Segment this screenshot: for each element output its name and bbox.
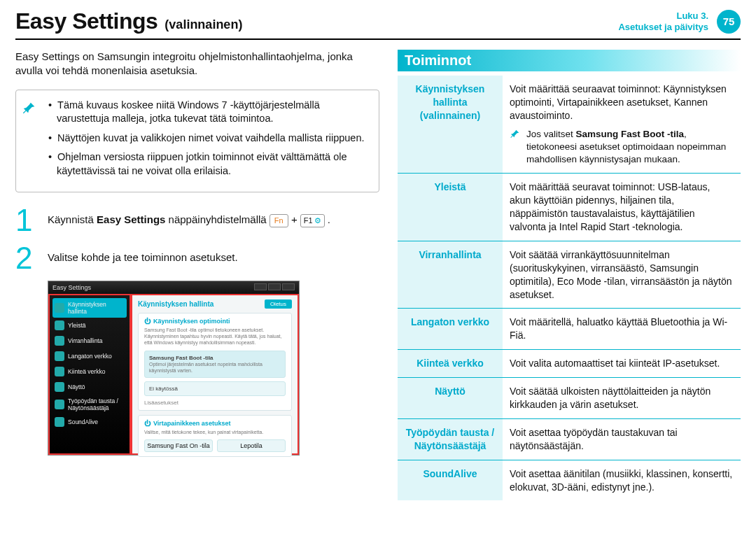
step-2: 2 Valitse kohde ja tee toiminnon asetuks… xyxy=(15,243,379,274)
column-right: Toiminnot Käynnistyksen hallinta (valinn… xyxy=(398,50,741,500)
feature-desc: Voit määrittää seuraavat toiminnot: Käyn… xyxy=(510,83,727,121)
option-label: Samsung Fast Boot -tila xyxy=(149,355,214,361)
page-number-badge: 75 xyxy=(717,10,741,34)
speaker-icon xyxy=(55,417,64,427)
desktop-icon xyxy=(55,400,64,409)
note-item: Ohjelman versiosta riippuen jotkin toimi… xyxy=(46,150,369,178)
sidebar-label: Näyttö xyxy=(68,383,85,390)
option-fastboot[interactable]: Samsung Fast Boot -tila Optimoi järjeste… xyxy=(144,351,286,378)
minimize-icon xyxy=(254,283,267,290)
feature-label: Käynnistyksen hallinta (valinnainen) xyxy=(398,76,503,174)
window-body: Käynnistyksen hallinta Yleistä Virranhal… xyxy=(48,294,299,455)
feature-desc: Voit määrittää seuravat toiminnot: USB-l… xyxy=(503,174,741,241)
table-row: Työpöydän tausta / Näytönsäästäjä Voit a… xyxy=(398,418,741,460)
step-1: 1 Käynnistä Easy Settings näppäinyhdiste… xyxy=(15,205,379,236)
document-page: Easy Settings (valinnainen) Luku 3. Aset… xyxy=(0,0,756,536)
page-header: Easy Settings (valinnainen) Luku 3. Aset… xyxy=(15,8,741,34)
card-powerbtn: ⏻Virtapainikkeen asetukset Valitse, mitä… xyxy=(138,415,292,458)
key-plus: + xyxy=(291,213,298,225)
card-title: ⏻Virtapainikkeen asetukset xyxy=(144,420,286,427)
lan-icon xyxy=(55,367,64,376)
columns: Easy Settings on Samsungin integroitu oh… xyxy=(15,50,741,500)
note-bold: Samsung Fast Boot -tila xyxy=(576,129,685,139)
chapter-line2: Asetukset ja päivitys xyxy=(618,22,708,33)
maximize-icon xyxy=(268,283,281,290)
globe-icon xyxy=(55,320,64,330)
feature-label: Yleistä xyxy=(398,174,503,241)
card-boot-optim: ⏻Käynnistyksen optimointi Samsung Fast B… xyxy=(138,313,292,410)
sidebar-label: Kiinteä verkko xyxy=(68,368,105,375)
step-number: 2 xyxy=(15,243,36,274)
feature-label: SoundAlive xyxy=(398,460,503,500)
pin-icon xyxy=(510,128,522,167)
key-fn: Fn xyxy=(270,214,288,227)
sidebar-label: Työpöydän tausta / Näytönsäästäjä xyxy=(68,397,125,411)
card-desc: Valitse, mitä tietokone tekee, kun paina… xyxy=(144,430,286,436)
page-title-sub: (valinnainen) xyxy=(164,17,242,32)
page-title-wrap: Easy Settings (valinnainen) xyxy=(15,8,242,34)
power-options: Samsung Fast On -tila Lepotila xyxy=(144,439,286,452)
pane-header: Käynnistyksen hallinta Oletus xyxy=(138,299,292,309)
sidebar-label: Virranhallinta xyxy=(68,337,102,344)
sidebar-item[interactable]: Työpöydän tausta / Näytönsäästäjä xyxy=(52,395,127,414)
feature-label: Kiinteä verkko xyxy=(398,350,503,378)
header-right: Luku 3. Asetukset ja päivitys 75 xyxy=(618,10,741,34)
note-pre: Jos valitset xyxy=(526,129,576,139)
option-sub: Optimoi järjestelmän asetukset nopeinta … xyxy=(149,362,262,373)
feature-label: Näyttö xyxy=(398,378,503,419)
step1-pre: Käynnistä xyxy=(48,213,97,225)
table-row: SoundAlive Voit asettaa äänitilan (musii… xyxy=(398,460,741,500)
gear-icon: ⚙ xyxy=(314,216,321,226)
sidebar-item[interactable]: Yleistä xyxy=(52,318,127,333)
sidebar-item[interactable]: Näyttö xyxy=(52,379,127,395)
page-title: Easy Settings xyxy=(15,8,158,34)
card-title-text: Virtapainikkeen asetukset xyxy=(153,420,230,427)
table-row: Käynnistyksen hallinta (valinnainen) Voi… xyxy=(398,76,741,174)
sidebar-item[interactable]: Kiinteä verkko xyxy=(52,364,127,379)
step1-bold: Easy Settings xyxy=(97,213,165,225)
column-left: Easy Settings on Samsungin integroitu oh… xyxy=(15,50,379,500)
intro-text: Easy Settings on Samsungin integroitu oh… xyxy=(15,50,379,78)
chapter-line1: Luku 3. xyxy=(618,10,708,22)
pin-icon xyxy=(22,99,40,184)
pill-label: Lepotila xyxy=(240,442,262,449)
step1-post: näppäinyhdistelmällä xyxy=(165,213,269,225)
sidebar-item[interactable]: Langaton verkko xyxy=(52,348,127,364)
feature-desc: Voit säätää ulkoisten näyttölaitteiden j… xyxy=(503,378,741,419)
window-titlebar: Easy Settings xyxy=(48,281,299,294)
sidebar-label: Yleistä xyxy=(68,322,86,329)
option-off[interactable]: Ei käytössä xyxy=(144,381,286,396)
window-buttons xyxy=(253,283,295,292)
table-row: Kiinteä verkko Voit valita automaattiset… xyxy=(398,350,741,378)
inline-note: Jos valitset Samsung Fast Boot -tila, ti… xyxy=(510,128,734,167)
steps: 1 Käynnistä Easy Settings näppäinyhdiste… xyxy=(15,205,379,274)
app-screenshot: Easy Settings Käynnistyksen hallinta Yle… xyxy=(48,281,300,456)
sidebar: Käynnistyksen hallinta Yleistä Virranhal… xyxy=(48,294,131,455)
sidebar-item[interactable]: Virranhallinta xyxy=(52,333,127,348)
note-item: Näyttöjen kuvat ja valikkojen nimet voiv… xyxy=(46,132,369,146)
more-settings[interactable]: Lisäasetukset xyxy=(144,400,286,406)
header-rule xyxy=(15,38,741,40)
main-pane: Käynnistyksen hallinta Oletus ⏻Käynnisty… xyxy=(131,294,299,455)
feature-desc: Voit säätää virrankäyttösuunnitelman (su… xyxy=(503,241,741,309)
default-button[interactable]: Oletus xyxy=(265,299,292,309)
card-desc: Samsung Fast Boot -tila optimoi tietokon… xyxy=(144,327,286,346)
option-faston[interactable]: Samsung Fast On -tila xyxy=(144,439,213,452)
feature-desc: Voit asettaa työpöydän taustakuvan tai n… xyxy=(503,418,741,460)
step-number: 1 xyxy=(15,205,36,236)
feature-desc: Voit valita automaattiset tai kiinteät I… xyxy=(503,350,741,378)
monitor-icon xyxy=(55,382,64,392)
close-icon xyxy=(282,283,295,290)
sidebar-item[interactable]: SoundAlive xyxy=(52,414,127,430)
feature-desc: Voit määritellä, haluatko käyttää Blueto… xyxy=(503,309,741,350)
sidebar-label: SoundAlive xyxy=(68,418,98,425)
sidebar-item[interactable]: Käynnistyksen hallinta xyxy=(52,298,127,318)
section-title: Toiminnot xyxy=(398,50,741,71)
table-row: Virranhallinta Voit säätää virrankäyttös… xyxy=(398,241,741,309)
feature-label: Työpöydän tausta / Näytönsäästäjä xyxy=(398,418,503,460)
card-title-text: Käynnistyksen optimointi xyxy=(153,318,230,325)
window-title: Easy Settings xyxy=(52,284,91,291)
battery-icon xyxy=(55,336,64,346)
inline-note-text: Jos valitset Samsung Fast Boot -tila, ti… xyxy=(526,128,734,167)
option-sleep[interactable]: Lepotila xyxy=(217,439,286,452)
